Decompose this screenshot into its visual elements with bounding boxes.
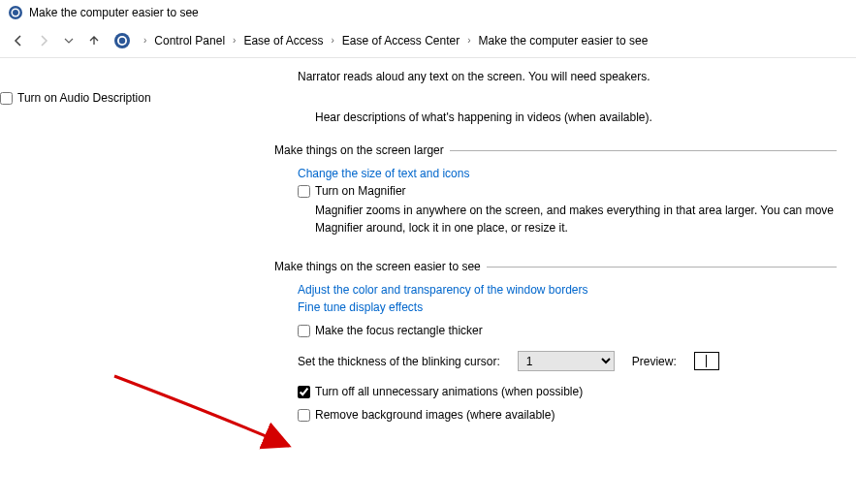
audio-description-checkbox[interactable] xyxy=(0,92,13,105)
magnifier-checkbox[interactable] xyxy=(298,185,310,198)
audio-description-row: Turn on Audio Description xyxy=(0,91,856,105)
recent-locations-dropdown[interactable] xyxy=(60,32,78,49)
breadcrumb-control-panel[interactable]: Control Panel xyxy=(152,34,227,47)
animations-label: Turn off all unnecessary animations (whe… xyxy=(315,385,583,398)
up-button[interactable] xyxy=(85,32,103,49)
titlebar: Make the computer easier to see xyxy=(0,0,856,25)
navbar: › Control Panel › Ease of Access › Ease … xyxy=(0,25,856,58)
chevron-right-icon[interactable]: › xyxy=(325,35,339,46)
focus-rect-checkbox[interactable] xyxy=(298,325,310,337)
audio-description-label: Turn on Audio Description xyxy=(17,91,151,105)
ease-of-access-icon xyxy=(8,5,23,20)
focus-rect-label: Make the focus rectangle thicker xyxy=(315,324,483,337)
magnifier-label: Turn on Magnifier xyxy=(315,184,406,198)
chevron-right-icon[interactable]: › xyxy=(138,35,152,46)
cursor-caret-icon xyxy=(706,355,707,367)
cursor-thickness-row: Set the thickness of the blinking cursor… xyxy=(298,351,837,371)
section-larger: Make things on the screen larger Change … xyxy=(274,143,837,242)
animations-row: Turn off all unnecessary animations (whe… xyxy=(298,385,837,398)
preview-label: Preview: xyxy=(632,355,677,368)
bg-images-row: Remove background images (where availabl… xyxy=(298,408,837,422)
svg-point-5 xyxy=(119,37,125,43)
link-change-text-icons[interactable]: Change the size of text and icons xyxy=(298,167,837,180)
link-window-borders[interactable]: Adjust the color and transparency of the… xyxy=(298,283,837,297)
chevron-right-icon[interactable]: › xyxy=(461,35,476,46)
breadcrumb-ease-of-access[interactable]: Ease of Access xyxy=(241,34,325,47)
animations-checkbox[interactable] xyxy=(298,386,310,398)
magnifier-row: Turn on Magnifier xyxy=(298,184,837,198)
breadcrumb-ease-of-access-center[interactable]: Ease of Access Center xyxy=(340,34,461,47)
bg-images-checkbox[interactable] xyxy=(298,409,310,422)
link-display-effects[interactable]: Fine tune display effects xyxy=(298,300,837,314)
content-pane: Narrator reads aloud any text on the scr… xyxy=(0,58,856,425)
address-bar-icon[interactable] xyxy=(112,31,132,50)
focus-rect-row: Make the focus rectangle thicker xyxy=(298,324,837,337)
magnifier-help: Magnifier zooms in anywhere on the scree… xyxy=(315,202,837,236)
window-title: Make the computer easier to see xyxy=(29,6,199,19)
section-easier-legend: Make things on the screen easier to see xyxy=(274,260,487,273)
audio-description-help: Hear descriptions of what's happening in… xyxy=(315,109,856,126)
cursor-preview xyxy=(694,352,719,370)
section-larger-legend: Make things on the screen larger xyxy=(274,143,450,157)
breadcrumb: › Control Panel › Ease of Access › Ease … xyxy=(138,34,650,47)
breadcrumb-current[interactable]: Make the computer easier to see xyxy=(477,34,650,47)
narrator-description: Narrator reads aloud any text on the scr… xyxy=(298,68,840,85)
section-easier: Make things on the screen easier to see … xyxy=(274,260,837,425)
bg-images-label: Remove background images (where availabl… xyxy=(315,408,555,422)
cursor-thickness-select[interactable]: 1 xyxy=(518,351,615,371)
back-button[interactable] xyxy=(10,32,27,49)
forward-button[interactable] xyxy=(35,32,52,49)
svg-point-2 xyxy=(13,10,18,16)
chevron-right-icon[interactable]: › xyxy=(227,35,241,46)
cursor-thickness-label: Set the thickness of the blinking cursor… xyxy=(298,355,500,368)
